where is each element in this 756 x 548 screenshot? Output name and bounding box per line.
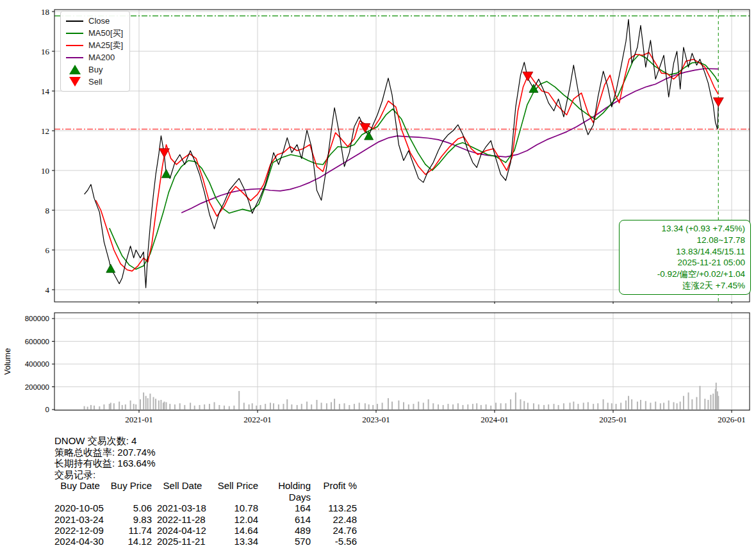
trades-header-cell: Sell Date <box>152 480 208 502</box>
legend-item-close: Close <box>66 15 123 27</box>
svg-text:2023-01: 2023-01 <box>362 415 390 424</box>
trades-cell: 614 <box>258 514 311 525</box>
sell-marker <box>523 72 533 81</box>
ma25-line-swatch <box>66 45 83 46</box>
svg-text:8: 8 <box>45 206 50 215</box>
svg-text:200000: 200000 <box>25 383 49 391</box>
trades-header-cell: Profit % <box>311 480 357 502</box>
legend-item-sell: Sell <box>66 76 123 88</box>
stock-strategy-figure: 4681012141618020000040000060000080000020… <box>0 0 756 548</box>
trades-cell: 2024-04-12 <box>152 525 208 536</box>
svg-text:800000: 800000 <box>25 315 49 322</box>
trades-header-cell: Buy Date <box>54 480 106 502</box>
trades-header-cell: Sell Price <box>208 480 258 502</box>
svg-text:6: 6 <box>45 245 50 255</box>
legend-item-ma50: MA50[买] <box>66 27 123 39</box>
svg-text:400000: 400000 <box>25 360 49 368</box>
trades-cell: 11.74 <box>106 525 152 536</box>
trades-cell: 5.06 <box>106 502 152 513</box>
sell-marker <box>159 149 169 158</box>
svg-text:2022-01: 2022-01 <box>243 415 271 424</box>
trades-cell: 2021-03-24 <box>54 514 106 525</box>
annotation-streak: 连涨2天 +7.45% <box>625 280 745 292</box>
legend-label: MA200 <box>88 53 115 62</box>
buy-triangle-icon <box>66 65 83 74</box>
legend-label: MA50[买] <box>88 28 123 39</box>
legend-item-ma200: MA200 <box>66 51 123 63</box>
trades-cell: -5.56 <box>311 536 357 547</box>
gridlines <box>54 10 750 410</box>
svg-text:14: 14 <box>41 87 50 96</box>
legend-item-ma25: MA25[卖] <box>66 39 123 51</box>
trades-cell: 13.34 <box>208 536 258 547</box>
trades-cell: 570 <box>258 536 311 547</box>
svg-text:2025-01: 2025-01 <box>599 415 627 424</box>
annotation-box: 13.34 (+0.93 +7.45%) 12.08~17.78 13.83/1… <box>619 220 751 295</box>
trades-cell: 14.12 <box>106 536 152 547</box>
trades-cell: 2022-12-09 <box>54 525 106 536</box>
trades-header-cell: Buy Price <box>106 480 152 502</box>
trades-cell: 489 <box>258 525 311 536</box>
trades-cell: 164 <box>258 502 311 513</box>
trades-cell: 9.83 <box>106 514 152 525</box>
svg-text:2021-01: 2021-01 <box>125 415 152 424</box>
summary-block: DNOW 交易次数: 4 策略总收益率: 207.74% 长期持有收益: 163… <box>54 435 357 547</box>
trades-cell: 24.76 <box>311 525 357 536</box>
trades-cell: 2020-10-05 <box>54 502 106 513</box>
svg-text:12: 12 <box>41 126 49 136</box>
volume-axis-label: Volume <box>3 348 12 375</box>
trades-cell: 10.78 <box>208 502 258 513</box>
summary-trades-title: 交易记录: <box>54 469 357 481</box>
svg-text:600000: 600000 <box>25 338 49 345</box>
svg-text:2024-01: 2024-01 <box>481 415 508 424</box>
trades-cell: 2022-11-28 <box>152 514 208 525</box>
legend-label: MA25[卖] <box>88 40 123 51</box>
svg-text:2026-01: 2026-01 <box>718 415 745 424</box>
trades-table: Buy DateBuy PriceSell DateSell PriceHold… <box>54 480 357 547</box>
buy-marker <box>106 264 115 272</box>
annotation-ma-values: 13.83/14.45/15.11 <box>625 246 745 258</box>
ma50-line-swatch <box>66 33 83 34</box>
legend: Close MA50[买] MA25[卖] MA200 Buy Sell <box>60 11 130 92</box>
annotation-bias: -0.92/偏空/+0.02/+1.04 <box>625 269 745 280</box>
legend-label: Close <box>88 16 110 26</box>
trades-cell: 12.04 <box>208 514 258 525</box>
sell-marker <box>713 97 723 106</box>
summary-trade-count: DNOW 交易次数: 4 <box>54 435 357 447</box>
trades-cell: 113.25 <box>311 502 357 513</box>
sell-triangle-icon <box>66 77 83 87</box>
annotation-range: 12.08~17.78 <box>625 235 745 246</box>
ma200-line-swatch <box>66 57 83 58</box>
trades-cell: 22.48 <box>311 514 357 525</box>
svg-text:16: 16 <box>41 47 50 56</box>
annotation-last-price: 13.34 (+0.93 +7.45%) <box>625 223 745 235</box>
close-line-swatch <box>66 21 83 22</box>
trades-cell: 14.64 <box>208 525 258 536</box>
summary-strategy-return: 策略总收益率: 207.74% <box>54 447 357 458</box>
svg-text:0: 0 <box>45 406 49 413</box>
svg-text:4: 4 <box>45 285 50 295</box>
trades-cell: 2024-04-30 <box>54 536 106 547</box>
legend-label: Buy <box>88 65 103 74</box>
legend-item-buy: Buy <box>66 63 123 76</box>
trades-cell: 2025-11-21 <box>152 536 208 547</box>
legend-label: Sell <box>88 77 103 87</box>
svg-text:10: 10 <box>41 166 49 176</box>
trades-header-cell: Holding Days <box>258 480 311 502</box>
svg-text:18: 18 <box>41 7 49 17</box>
summary-buyhold-return: 长期持有收益: 163.64% <box>54 458 357 469</box>
trades-cell: 2021-03-18 <box>152 502 208 513</box>
annotation-datetime: 2025-11-21 05:00 <box>625 257 745 269</box>
ma200-line <box>181 69 718 213</box>
